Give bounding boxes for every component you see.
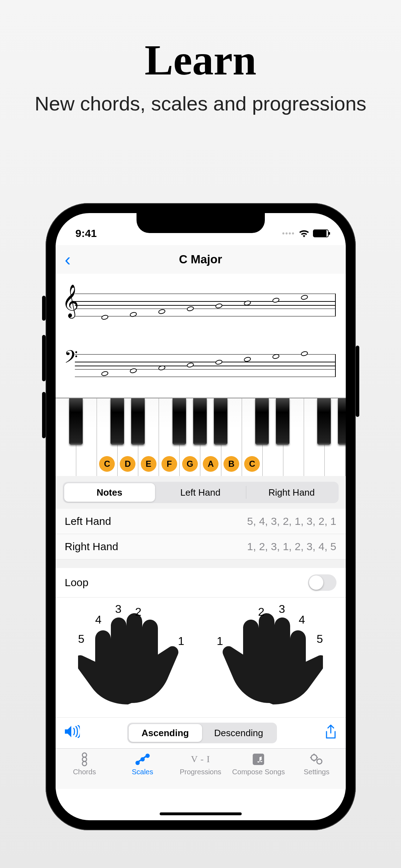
marketing-subtitle: New chords, scales and progressions [0, 92, 401, 115]
tab-scales[interactable]: Scales [113, 752, 171, 776]
right-hand-value: 1, 2, 3, 1, 2, 3, 4, 5 [247, 541, 336, 553]
tab-chords[interactable]: Chords [56, 752, 114, 776]
view-mode-segmented[interactable]: Notes Left Hand Right Hand [63, 482, 339, 503]
right-hand-row: Right Hand 1, 2, 3, 1, 2, 3, 4, 5 [56, 534, 346, 559]
left-hand-value: 5, 4, 3, 2, 1, 3, 2, 1 [247, 515, 336, 527]
scales-icon [135, 752, 150, 766]
black-key[interactable] [338, 398, 346, 445]
cellular-dots-icon: •••• [282, 229, 295, 238]
side-button [42, 296, 46, 321]
status-time: 9:41 [76, 227, 97, 239]
left-hand-row: Left Hand 5, 4, 3, 2, 1, 3, 2, 1 [56, 509, 346, 534]
direction-segmented[interactable]: Ascending Descending [127, 723, 277, 743]
wifi-icon [299, 229, 309, 237]
black-key[interactable] [255, 398, 269, 445]
svg-rect-6 [253, 754, 264, 765]
finger-number: 3 [115, 603, 122, 616]
loop-row: Loop [56, 568, 346, 598]
seg-right-hand[interactable]: Right Hand [246, 483, 337, 502]
note-marker: D [120, 456, 135, 472]
hand-icon [216, 607, 323, 707]
finger-number: 5 [78, 632, 84, 646]
side-button [42, 335, 46, 381]
finger-number: 5 [317, 632, 323, 646]
battery-icon [313, 229, 329, 237]
right-hand-diagram: 1 2 3 4 5 [216, 607, 323, 707]
side-button [356, 346, 359, 417]
marketing-title: Learn [0, 36, 401, 85]
tab-progressions[interactable]: V - I Progressions [171, 752, 230, 776]
compose-icon [252, 752, 265, 766]
black-key[interactable] [276, 398, 289, 445]
note-marker: E [141, 456, 156, 472]
finger-number: 3 [279, 603, 285, 616]
left-hand-label: Left Hand [65, 515, 111, 527]
right-hand-label: Right Hand [65, 541, 118, 553]
side-button [42, 392, 46, 438]
tab-compose[interactable]: Compose Songs [230, 752, 288, 776]
loop-toggle[interactable] [308, 574, 336, 591]
black-key[interactable] [131, 398, 145, 445]
black-key[interactable] [110, 398, 124, 445]
svg-point-1 [82, 757, 87, 761]
note-marker: B [223, 456, 239, 472]
black-key[interactable] [214, 398, 227, 445]
black-key[interactable] [193, 398, 207, 445]
note-marker: A [203, 456, 219, 472]
note-marker: C [99, 456, 115, 472]
nav-bar: ‹ C Major [56, 245, 346, 274]
notch [137, 213, 265, 233]
seg-left-hand[interactable]: Left Hand [155, 483, 246, 502]
finger-number: 4 [95, 613, 102, 626]
seg-notes[interactable]: Notes [64, 483, 155, 502]
note-marker: C [244, 456, 260, 472]
piano-keyboard[interactable]: C D E F G A B C [56, 398, 346, 476]
tab-label: Settings [304, 768, 329, 776]
black-key[interactable] [317, 398, 331, 445]
finger-number: 2 [258, 605, 264, 619]
play-sound-button[interactable] [64, 725, 80, 741]
hands-diagram: 1 2 3 4 5 1 2 3 4 5 [56, 598, 346, 717]
page-title: C Major [179, 253, 222, 266]
left-hand-diagram: 1 2 3 4 5 [78, 607, 185, 707]
tab-label: Progressions [180, 768, 221, 776]
tab-label: Chords [73, 768, 96, 776]
tab-label: Compose Songs [232, 768, 285, 776]
tab-bar: Chords Scales V - I Progressions Compose… [56, 748, 346, 789]
finger-number: 1 [217, 635, 223, 648]
note-marker: G [182, 456, 198, 472]
hand-icon [78, 607, 185, 707]
staff-notation: 𝄞 𝄢 [56, 274, 346, 398]
share-button[interactable] [324, 724, 337, 742]
tab-settings[interactable]: Settings [288, 752, 346, 776]
finger-number: 4 [299, 613, 305, 626]
settings-icon [309, 752, 324, 766]
seg-ascending[interactable]: Ascending [129, 724, 202, 742]
black-key[interactable] [173, 398, 186, 445]
progressions-icon: V - I [191, 752, 210, 766]
note-marker: F [161, 456, 177, 472]
svg-point-2 [82, 761, 87, 766]
svg-point-7 [311, 755, 317, 760]
back-button[interactable]: ‹ [65, 249, 71, 270]
black-key[interactable] [69, 398, 83, 445]
svg-point-8 [317, 759, 322, 764]
finger-number: 1 [178, 635, 184, 648]
seg-descending[interactable]: Descending [202, 724, 276, 742]
loop-label: Loop [65, 577, 89, 589]
tab-label: Scales [132, 768, 153, 776]
chords-icon [79, 752, 89, 766]
home-indicator[interactable] [160, 812, 242, 815]
svg-point-0 [82, 753, 87, 757]
finger-number: 2 [135, 605, 142, 619]
phone-frame: 9:41 •••• ‹ C Major 𝄞 [46, 203, 356, 830]
